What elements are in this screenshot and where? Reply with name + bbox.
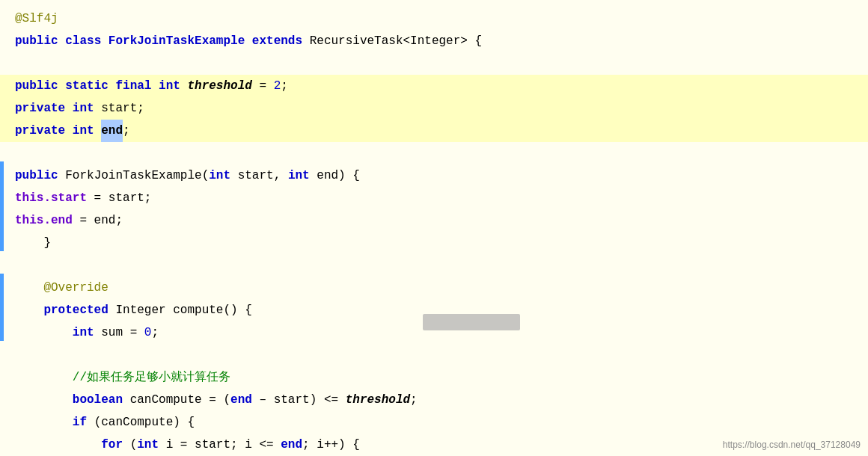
url-watermark: https://blog.csdn.net/qq_37128049 <box>723 440 861 450</box>
assign-start: = <box>87 187 109 209</box>
var-start: start; <box>101 97 144 120</box>
line-class-decl: public class ForkJoinTaskExample extends… <box>0 30 868 52</box>
semi3: ; <box>151 321 159 344</box>
kw-boolean: boolean <box>15 389 130 411</box>
ref-end2: end <box>281 434 302 456</box>
for-body1: i = start; i <= <box>166 434 281 456</box>
line-this-end: this.end = end; <box>0 209 868 232</box>
kw-if: if <box>15 411 94 434</box>
var-cancompute: canCompute = ( <box>130 389 230 411</box>
this-end: this.end <box>15 209 73 232</box>
num-2: 2 <box>274 75 281 97</box>
line-blank1 <box>0 52 868 75</box>
line-threshold: public static final int threshold = 2; <box>0 75 868 97</box>
val-start: start; <box>109 187 152 209</box>
for-init: ( <box>130 434 138 456</box>
line-comment: //如果任务足够小就计算任务 <box>0 366 868 389</box>
return-type: Integer compute() { <box>115 299 251 321</box>
type-int4: int <box>209 164 237 187</box>
if-cond: (canCompute) { <box>94 411 195 434</box>
kw-for: for <box>15 434 130 456</box>
annotation-override: @Override <box>15 277 109 299</box>
var-threshold: threshold <box>187 75 251 97</box>
brace-close1: } <box>15 232 51 254</box>
semi2: ; <box>123 120 130 142</box>
blur-overlay <box>423 314 520 330</box>
kw-public: public <box>15 30 65 52</box>
for-body2: ; i++) { <box>302 434 360 456</box>
minus: – start) <= <box>252 389 346 411</box>
kw-public2: public <box>15 75 65 97</box>
param-end: end) { <box>317 164 360 187</box>
ref-threshold: threshold <box>346 389 410 411</box>
kw-extends: extends <box>252 30 310 52</box>
line-cancompute: boolean canCompute = (end – start) <= th… <box>0 389 868 411</box>
type-int5: int <box>288 164 317 187</box>
line-end-field: private int end; <box>0 120 868 142</box>
line-override: @Override <box>0 277 868 299</box>
assign-end: = end; <box>73 209 123 232</box>
num-0: 0 <box>144 321 152 344</box>
assign-threshold: = <box>252 75 274 97</box>
comment-text: //如果任务足够小就计算任务 <box>15 366 230 389</box>
line-start-field: private int start; <box>0 97 868 120</box>
ref-end1: end <box>230 389 252 411</box>
type-int6: int <box>15 321 101 344</box>
kw-public3: public <box>15 164 65 187</box>
constructor-name: ForkJoinTaskExample( <box>65 164 209 187</box>
param-start: start, <box>238 164 288 187</box>
semi4: ; <box>410 389 418 411</box>
type-int2: int <box>73 97 101 120</box>
line-blank2 <box>0 142 868 164</box>
var-end-selected: end <box>101 120 123 142</box>
code-editor: @Slf4j public class ForkJoinTaskExample … <box>0 0 868 456</box>
type-int7: int <box>137 434 165 456</box>
var-sum: sum = <box>101 321 144 344</box>
line-blank3 <box>0 254 868 277</box>
semi1: ; <box>281 75 288 97</box>
line-slf4j: @Slf4j <box>0 7 868 30</box>
class-name: ForkJoinTaskExample <box>109 30 252 52</box>
this-start: this.start <box>15 187 87 209</box>
line-this-start: this.start = start; <box>0 187 868 209</box>
line-constructor: public ForkJoinTaskExample(int start, in… <box>0 164 868 187</box>
kw-static: static <box>65 75 115 97</box>
super-class: RecursiveTask<Integer> { <box>310 30 482 52</box>
kw-private2: private <box>15 120 73 142</box>
line-blank4 <box>0 344 868 366</box>
type-int3: int <box>73 120 101 142</box>
line-if: if (canCompute) { <box>0 411 868 434</box>
line-close1: } <box>0 232 868 254</box>
kw-private1: private <box>15 97 73 120</box>
type-int1: int <box>159 75 187 97</box>
kw-class: class <box>65 30 109 52</box>
kw-final: final <box>115 75 159 97</box>
annotation-slf4j: @Slf4j <box>15 7 58 30</box>
kw-protected: protected <box>15 299 115 321</box>
